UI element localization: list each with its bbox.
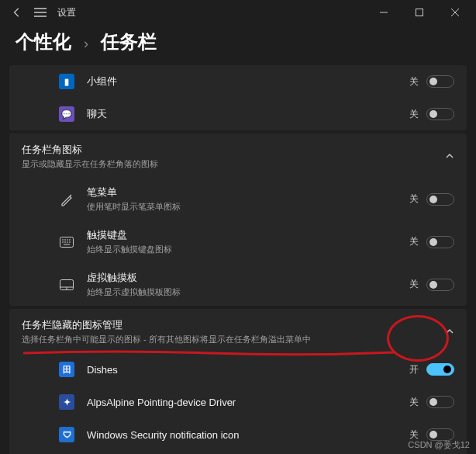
row-widgets[interactable]: ▮ 小组件 关	[50, 65, 467, 98]
touchpad-icon	[59, 277, 74, 293]
toggle-pen[interactable]	[426, 193, 454, 206]
row-label: Windows Security notification icon	[87, 429, 409, 441]
row-app-nvidia[interactable]: ◉ NVIDIA Container 关	[50, 451, 467, 454]
app-icon: 🛡	[59, 427, 74, 442]
chevron-up-icon	[445, 151, 454, 161]
section-overflow-icons[interactable]: 任务栏隐藏的图标管理 选择任务栏角中可能显示的图标 - 所有其他图标将显示在任务…	[9, 309, 467, 353]
row-app-alps[interactable]: ✦ AlpsAlpine Pointing-device Driver 关	[50, 386, 467, 418]
toggle-state: 关	[409, 75, 419, 88]
section-desc: 选择任务栏角中可能显示的图标 - 所有其他图标将显示在任务栏角溢出菜单中	[22, 334, 454, 345]
row-label: 虚拟触摸板	[87, 271, 409, 285]
chevron-right-icon: ›	[84, 36, 88, 52]
row-label: 聊天	[87, 107, 409, 121]
toggle-widgets[interactable]	[426, 75, 454, 88]
menu-button[interactable]	[34, 6, 47, 19]
row-app-dishes[interactable]: 田 Dishes 开	[50, 353, 467, 386]
titlebar: 设置	[0, 0, 476, 25]
section-title: 任务栏隐藏的图标管理	[22, 318, 454, 332]
toggle-alps[interactable]	[426, 396, 454, 408]
minimize-button[interactable]	[366, 0, 402, 25]
toggle-state: 关	[409, 235, 419, 248]
row-label: Dishes	[87, 364, 409, 376]
widgets-icon: ▮	[59, 74, 74, 89]
toggle-state: 关	[409, 278, 419, 291]
watermark: CSDN @姜戈12	[408, 439, 470, 451]
toggle-dishes[interactable]	[426, 363, 454, 376]
row-desc: 始终显示触摸键盘图标	[87, 244, 409, 255]
toggle-touchkb[interactable]	[426, 236, 454, 248]
app-icon: 田	[59, 362, 74, 377]
keyboard-icon	[59, 234, 74, 250]
breadcrumb: 个性化 › 任务栏	[0, 25, 476, 65]
section-corner-icons[interactable]: 任务栏角图标 显示或隐藏显示在任务栏角落的图标	[9, 133, 467, 178]
toggle-state: 关	[409, 192, 419, 206]
row-label: 触摸键盘	[87, 228, 409, 242]
maximize-button[interactable]	[402, 0, 437, 25]
row-touch-keyboard[interactable]: 触摸键盘 始终显示触摸键盘图标 关	[50, 220, 467, 263]
toggle-state: 关	[409, 108, 419, 121]
breadcrumb-root[interactable]: 个性化	[16, 29, 71, 54]
row-label: 笔菜单	[87, 185, 409, 199]
row-label: AlpsAlpine Pointing-device Driver	[87, 397, 409, 408]
row-desc: 始终显示虚拟触摸板图标	[87, 286, 409, 298]
row-pen-menu[interactable]: 笔菜单 使用笔时显示笔菜单图标 关	[50, 178, 467, 220]
row-chat[interactable]: 💬 聊天 关	[50, 98, 467, 130]
app-icon: ✦	[59, 394, 74, 410]
back-button[interactable]	[11, 6, 23, 19]
row-desc: 使用笔时显示笔菜单图标	[87, 201, 409, 213]
toggle-chat[interactable]	[426, 108, 454, 120]
section-desc: 显示或隐藏显示在任务栏角落的图标	[22, 158, 454, 170]
toggle-touchpad[interactable]	[426, 279, 454, 291]
pen-icon	[59, 192, 74, 207]
breadcrumb-current: 任务栏	[101, 29, 157, 54]
section-title: 任务栏角图标	[22, 143, 454, 157]
toggle-state: 开	[409, 363, 419, 376]
row-app-winsec[interactable]: 🛡 Windows Security notification icon 关	[50, 418, 467, 451]
row-virtual-touchpad[interactable]: 虚拟触摸板 始终显示虚拟触摸板图标 关	[50, 263, 467, 306]
app-name: 设置	[57, 6, 76, 19]
row-label: 小组件	[87, 75, 409, 88]
taskbar-items-group: ▮ 小组件 关 💬 聊天 关	[9, 65, 467, 130]
svg-rect-0	[416, 9, 423, 16]
overflow-icons-group: 任务栏隐藏的图标管理 选择任务栏角中可能显示的图标 - 所有其他图标将显示在任务…	[9, 309, 467, 454]
toggle-state: 关	[409, 396, 419, 409]
close-button[interactable]	[437, 0, 473, 25]
chat-icon: 💬	[59, 106, 74, 122]
chevron-up-icon	[445, 327, 454, 336]
window-controls	[366, 0, 473, 25]
corner-icons-group: 任务栏角图标 显示或隐藏显示在任务栏角落的图标 笔菜单 使用笔时显示笔菜单图标 …	[9, 133, 467, 306]
